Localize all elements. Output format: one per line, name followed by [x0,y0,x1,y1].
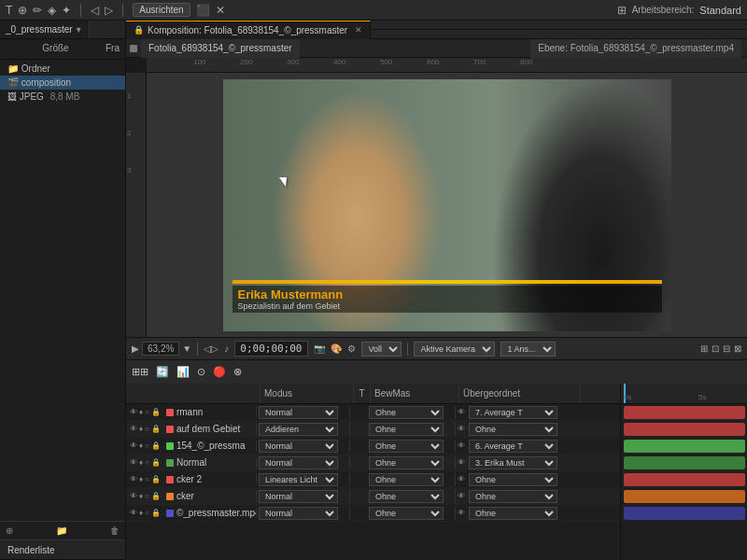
bt-icon1[interactable]: ⊞⊞ [132,366,148,378]
quality-select[interactable]: Voll [361,342,402,357]
parent-select[interactable]: 7. Average T [469,406,557,419]
solo-icon[interactable]: ○ [145,509,149,517]
tc-play-icon[interactable]: ◁▷ [204,343,218,354]
mode-select[interactable]: Normal [259,507,338,520]
audio-icon[interactable]: ♦ [139,408,143,416]
ausrichten-button[interactable]: Ausrichten [133,3,190,17]
comp-tab-main[interactable]: 🔒 Komposition: Fotolia_68938154_©_pressm… [126,21,371,39]
parent-select[interactable]: Ohne [469,473,557,486]
workspace-value[interactable]: Standard [699,5,741,16]
parent-select[interactable]: Ohne [469,507,557,520]
eye-icon[interactable]: 👁 [130,441,137,450]
lock-icon[interactable]: 🔒 [151,458,161,467]
time-track[interactable] [621,488,747,505]
folder-new-icon[interactable]: 📁 [56,525,67,536]
parent-select[interactable]: Ohne [469,423,557,436]
project-item-ordner[interactable]: 📁 Ordner [0,62,125,76]
lock-icon[interactable]: 🔒 [151,492,161,500]
lock-icon[interactable]: 🔒 [151,475,161,483]
project-item-jpeg[interactable]: 🖼 JPEG 8,8 MB [0,90,125,104]
layer-tab-main[interactable]: Fotolia_68938154_©_pressmaster [141,39,300,58]
audio-icon[interactable]: ♦ [139,425,143,433]
layer-source-tab[interactable]: Ebene: Fotolia_68938154_©_pressmaster.mp… [530,39,741,58]
mode-select[interactable]: Normal [259,406,338,419]
lock-icon[interactable]: 🔒 [151,408,161,416]
tc-zoom-menu-icon[interactable]: ▼ [182,343,191,354]
trash-icon[interactable]: 🗑 [110,525,120,536]
tc-icon1[interactable]: ⊞ [700,343,708,354]
time-track[interactable] [621,421,747,438]
solo-icon[interactable]: ○ [145,458,149,467]
eye-icon[interactable]: 👁 [130,509,137,517]
bt-icon4[interactable]: ⊙ [197,366,205,378]
tc-color-icon[interactable]: 🎨 [331,343,342,354]
solo-icon[interactable]: ○ [145,441,149,450]
lock-icon[interactable]: 🔒 [151,425,161,433]
audio-icon[interactable]: ♦ [139,475,143,483]
time-track[interactable] [621,505,747,522]
mask-select[interactable]: Ohne [369,490,444,503]
stamp-tool-icon[interactable]: ✦ [62,4,71,17]
audio-icon[interactable]: ♦ [139,509,143,517]
tc-settings-icon[interactable]: ⚙ [347,343,356,354]
new-comp-icon[interactable]: ⊕ [6,525,13,536]
solo-icon[interactable]: ○ [145,408,149,416]
project-tab-menu-icon[interactable]: ▼ [75,25,83,35]
eye-icon[interactable]: 👁 [130,492,137,500]
mask-select[interactable]: Ohne [369,456,444,469]
mask-select[interactable]: Ohne [369,406,444,419]
lock-icon[interactable]: 🔒 [151,509,161,517]
camera-select[interactable]: Aktive Kamera [414,342,495,357]
mode-select[interactable]: Normal [259,490,338,503]
mask-select[interactable]: Ohne [369,423,444,436]
mask-select[interactable]: Ohne [369,440,444,453]
bt-icon2[interactable]: 🔄 [156,366,169,378]
audio-icon[interactable]: ♦ [139,441,143,450]
mode-select[interactable]: Normal [259,440,338,453]
tc-expand-icon[interactable]: ▶ [132,343,139,354]
eye-icon[interactable]: 👁 [130,475,137,483]
project-item-comp[interactable]: 🎬 composition [0,76,125,90]
audio-icon[interactable]: ♦ [139,492,143,500]
eye-icon[interactable]: 👁 [130,408,137,416]
expand-icon[interactable]: ⬛ [196,4,210,17]
parent-select[interactable]: 6. Average T [469,440,557,453]
collapse-icon[interactable]: ✕ [216,4,225,17]
text-tool-icon[interactable]: T [6,4,12,17]
parent-select[interactable]: Ohne [469,490,557,503]
time-track[interactable] [621,455,747,471]
brush-tool-icon[interactable]: ✏ [33,4,42,17]
pin-tool-icon[interactable]: ⊕ [18,4,27,17]
mask-select[interactable]: Ohne [369,507,444,520]
solo-icon[interactable]: ○ [145,425,149,433]
solo-icon[interactable]: ○ [145,492,149,500]
mode-select[interactable]: Lineares Licht [259,473,338,486]
project-tab[interactable]: _0_pressmaster ▼ [0,21,90,38]
tc-audio-icon[interactable]: ♪ [224,343,229,354]
solo-icon[interactable]: ○ [145,475,149,483]
time-track[interactable] [621,404,747,421]
view-select[interactable]: 1 Ans... [500,342,556,357]
bt-icon6[interactable]: ⊗ [233,366,242,378]
nav-left-icon[interactable]: ◁ [91,4,99,17]
time-track[interactable] [621,471,747,488]
bt-icon3[interactable]: 📊 [176,366,190,378]
mask-select[interactable]: Ohne [369,473,444,486]
tc-icon2[interactable]: ⊡ [712,343,719,354]
render-list-tab[interactable]: Renderliste [0,539,125,560]
lock-icon[interactable]: 🔒 [151,441,161,450]
eraser-tool-icon[interactable]: ◈ [48,4,56,17]
tc-camera-icon[interactable]: 📷 [314,343,325,354]
mode-select[interactable]: Addieren [259,423,338,436]
tc-icon3[interactable]: ⊟ [723,343,730,354]
eye-icon[interactable]: 👁 [130,458,137,467]
bt-icon5[interactable]: 🔴 [213,366,226,378]
comp-tab-close[interactable]: ✕ [355,25,362,35]
mode-select[interactable]: Normal [259,456,338,469]
audio-icon[interactable]: ♦ [139,458,143,467]
eye-icon[interactable]: 👁 [130,425,137,433]
parent-select[interactable]: 3. Erika Must [469,456,557,469]
nav-right-icon[interactable]: ▷ [105,4,113,17]
tc-icon4[interactable]: ⊠ [734,343,741,354]
tc-timecode[interactable]: 0;00;00;00 [234,341,307,357]
